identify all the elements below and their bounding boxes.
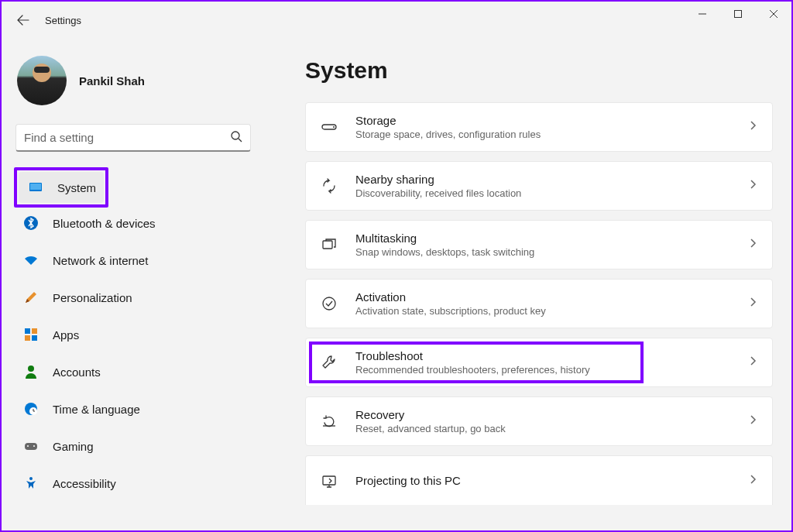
svg-point-15 — [29, 477, 33, 480]
sidebar-item-network[interactable]: Network & internet — [14, 245, 252, 276]
svg-rect-12 — [25, 443, 37, 450]
card-projecting[interactable]: Projecting to this PC — [305, 455, 773, 505]
chevron-right-icon — [747, 120, 758, 134]
svg-rect-8 — [32, 335, 37, 341]
svg-rect-20 — [323, 476, 335, 485]
search-box[interactable] — [15, 124, 251, 152]
maximize-button[interactable] — [720, 2, 756, 26]
profile-section[interactable]: Pankil Shah — [14, 48, 252, 121]
svg-rect-18 — [323, 241, 332, 249]
sidebar-item-label: Accessibility — [53, 477, 116, 490]
sidebar-item-bluetooth[interactable]: Bluetooth & devices — [14, 208, 252, 239]
gaming-icon — [23, 438, 39, 454]
card-multitasking[interactable]: Multitasking Snap windows, desktops, tas… — [305, 220, 773, 269]
card-subtitle: Activation state, subscriptions, product… — [355, 305, 747, 317]
check-circle-icon — [320, 295, 338, 312]
display-icon — [28, 180, 43, 195]
back-button[interactable] — [8, 5, 39, 36]
card-title: Projecting to this PC — [355, 474, 747, 487]
svg-rect-6 — [32, 328, 37, 334]
card-title: Activation — [355, 290, 747, 304]
multitasking-icon — [320, 236, 338, 253]
card-subtitle: Storage space, drives, configuration rul… — [355, 129, 747, 140]
card-subtitle: Recommended troubleshooters, preferences… — [355, 364, 747, 376]
card-troubleshoot[interactable]: Troubleshoot Recommended troubleshooters… — [305, 338, 773, 387]
sidebar-item-label: Apps — [53, 328, 79, 342]
card-subtitle: Reset, advanced startup, go back — [355, 423, 747, 434]
sidebar-item-system[interactable]: System — [14, 167, 252, 208]
nav-list: System Bluetooth & devices Network & int… — [14, 167, 252, 499]
svg-point-19 — [323, 297, 335, 310]
sidebar-item-accounts[interactable]: Accounts — [14, 356, 252, 387]
arrow-left-icon — [17, 14, 29, 26]
sidebar-item-label: Network & internet — [53, 254, 148, 267]
accessibility-icon — [23, 475, 39, 491]
recovery-icon — [320, 413, 338, 430]
svg-rect-3 — [30, 184, 41, 190]
chevron-right-icon — [747, 297, 758, 311]
card-title: Storage — [355, 114, 747, 127]
card-recovery[interactable]: Recovery Reset, advanced startup, go bac… — [305, 396, 773, 446]
sidebar-item-apps[interactable]: Apps — [14, 319, 252, 350]
sidebar-item-gaming[interactable]: Gaming — [14, 431, 252, 462]
globe-clock-icon — [23, 401, 39, 417]
wrench-icon — [320, 354, 338, 371]
wifi-icon — [23, 252, 39, 268]
search-icon — [230, 130, 242, 146]
profile-name: Pankil Shah — [79, 74, 145, 88]
chevron-right-icon — [747, 179, 758, 193]
close-button[interactable] — [756, 2, 791, 26]
chevron-right-icon — [747, 238, 758, 252]
card-subtitle: Discoverability, received files location — [355, 187, 747, 199]
svg-rect-0 — [735, 11, 742, 18]
sidebar-item-time-language[interactable]: Time & language — [14, 393, 252, 424]
sidebar-item-label: Personalization — [53, 291, 132, 304]
sidebar-item-label: Bluetooth & devices — [53, 217, 156, 230]
project-icon — [320, 472, 338, 489]
svg-point-9 — [28, 366, 34, 372]
svg-rect-5 — [25, 328, 30, 334]
minimize-button[interactable] — [685, 2, 720, 26]
sidebar-item-label: Accounts — [53, 366, 101, 379]
sidebar-item-label: Gaming — [53, 440, 94, 453]
svg-point-1 — [232, 132, 239, 139]
card-title: Recovery — [355, 408, 747, 421]
window-title: Settings — [45, 15, 81, 26]
avatar — [17, 56, 67, 105]
chevron-right-icon — [747, 474, 758, 488]
titlebar: Settings — [2, 2, 791, 39]
card-subtitle: Snap windows, desktops, task switching — [355, 246, 747, 258]
sidebar-item-label: System — [57, 181, 96, 194]
storage-icon — [320, 118, 338, 136]
chevron-right-icon — [747, 414, 758, 428]
svg-point-13 — [27, 445, 29, 447]
sidebar-item-personalization[interactable]: Personalization — [14, 282, 252, 313]
window-controls — [685, 2, 791, 26]
svg-point-14 — [33, 445, 35, 447]
brush-icon — [23, 290, 39, 305]
svg-rect-7 — [25, 335, 30, 341]
card-title: Nearby sharing — [355, 173, 747, 186]
search-input[interactable] — [24, 131, 230, 144]
sidebar-item-label: Time & language — [53, 403, 140, 416]
bluetooth-icon — [23, 215, 39, 231]
account-icon — [23, 364, 39, 379]
card-title: Multitasking — [355, 232, 747, 245]
card-nearby-sharing[interactable]: Nearby sharing Discoverability, received… — [305, 161, 773, 211]
sidebar-item-accessibility[interactable]: Accessibility — [14, 468, 252, 499]
apps-icon — [23, 327, 39, 342]
sidebar: Pankil Shah System Bluetooth & devices — [2, 39, 265, 530]
card-title: Troubleshoot — [355, 349, 747, 362]
share-icon — [320, 177, 338, 194]
svg-point-17 — [333, 126, 335, 128]
card-activation[interactable]: Activation Activation state, subscriptio… — [305, 279, 773, 328]
chevron-right-icon — [747, 355, 758, 369]
page-title: System — [305, 57, 773, 84]
content: System Storage Storage space, drives, co… — [265, 39, 791, 530]
card-storage[interactable]: Storage Storage space, drives, configura… — [305, 102, 773, 152]
